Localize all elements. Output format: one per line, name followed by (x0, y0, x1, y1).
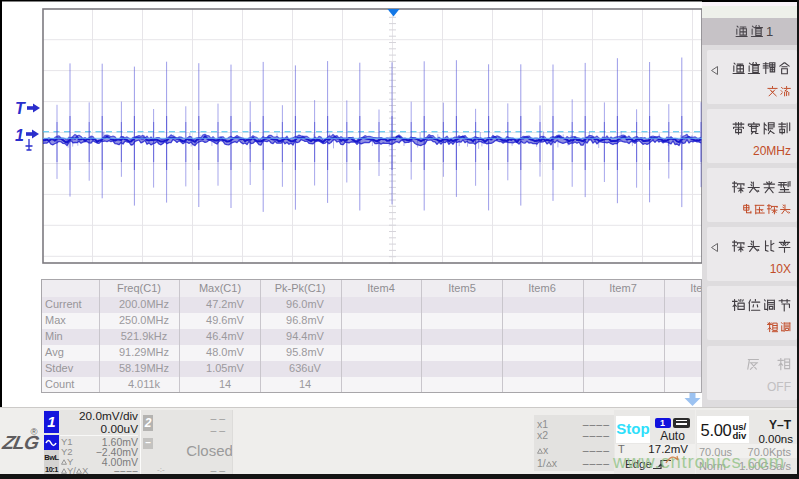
svg-text:T: T (15, 100, 26, 117)
svg-text:1: 1 (15, 127, 24, 144)
